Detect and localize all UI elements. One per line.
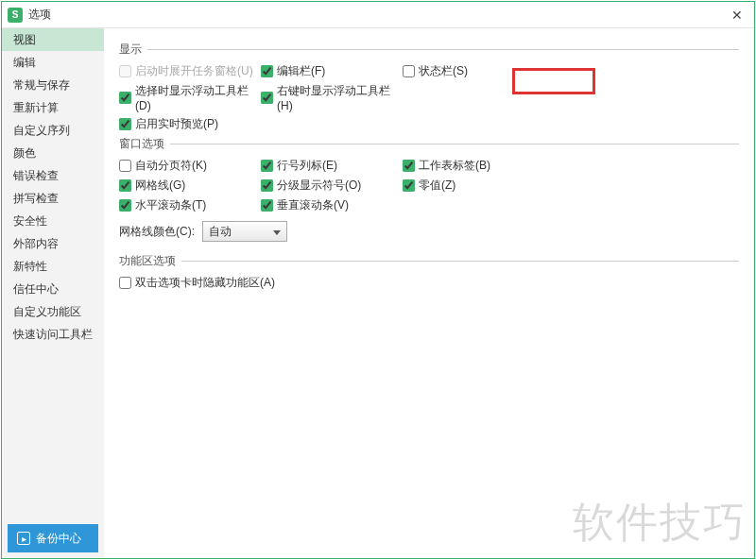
- titlebar: S 选项 ✕: [2, 2, 754, 28]
- checkbox-sheet-tabs[interactable]: 工作表标签(B): [403, 158, 544, 174]
- backup-center-button[interactable]: ▸ 备份中心: [8, 524, 98, 552]
- section-display-title: 显示: [119, 42, 739, 58]
- sidebar-item-8[interactable]: 安全性: [2, 210, 104, 232]
- checkbox-realtime-preview[interactable]: 启用实时预览(P): [119, 116, 261, 132]
- window-title: 选项: [28, 7, 726, 23]
- checkbox-startup-task-pane: 启动时展开任务窗格(U): [119, 63, 261, 79]
- checkbox-rclick-float-toolbar[interactable]: 右键时显示浮动工具栏(H): [261, 83, 403, 112]
- sidebar-item-0[interactable]: 视图: [2, 28, 104, 51]
- backup-label: 备份中心: [36, 531, 81, 547]
- sidebar: 视图编辑常规与保存重新计算自定义序列颜色错误检查拼写检查安全性外部内容新特性信任…: [2, 28, 104, 558]
- app-icon: S: [8, 8, 23, 23]
- section-ribbon-title: 功能区选项: [119, 253, 739, 269]
- sidebar-item-3[interactable]: 重新计算: [2, 96, 104, 119]
- sidebar-item-1[interactable]: 编辑: [2, 51, 104, 74]
- checkbox-outline-symbols[interactable]: 分级显示符号(O): [261, 178, 403, 194]
- checkbox-gridlines[interactable]: 网格线(G): [119, 178, 261, 194]
- backup-icon: ▸: [17, 532, 30, 545]
- checkbox-edit-bar[interactable]: 编辑栏(F): [261, 63, 403, 79]
- checkbox-vscroll[interactable]: 垂直滚动条(V): [261, 197, 403, 213]
- checkbox-dblclick-hide-ribbon[interactable]: 双击选项卡时隐藏功能区(A): [119, 275, 275, 291]
- checkbox-zero-values[interactable]: 零值(Z): [403, 178, 544, 194]
- sidebar-item-9[interactable]: 外部内容: [2, 232, 104, 255]
- sidebar-item-5[interactable]: 颜色: [2, 142, 104, 164]
- content-panel: 显示 启动时展开任务窗格(U) 编辑栏(F) 状态栏(S): [104, 28, 754, 558]
- grid-color-select[interactable]: 自动: [202, 221, 287, 242]
- sidebar-item-7[interactable]: 拼写检查: [2, 187, 104, 210]
- sidebar-item-13[interactable]: 快速访问工具栏: [2, 323, 104, 346]
- sidebar-item-6[interactable]: 错误检查: [2, 164, 104, 187]
- sidebar-item-2[interactable]: 常规与保存: [2, 74, 104, 96]
- window-body: 视图编辑常规与保存重新计算自定义序列颜色错误检查拼写检查安全性外部内容新特性信任…: [2, 28, 754, 558]
- sidebar-item-12[interactable]: 自定义功能区: [2, 300, 104, 323]
- options-window: S 选项 ✕ 视图编辑常规与保存重新计算自定义序列颜色错误检查拼写检查安全性外部…: [1, 1, 755, 559]
- section-window-title: 窗口选项: [119, 136, 739, 152]
- checkbox-status-bar[interactable]: 状态栏(S): [403, 63, 544, 79]
- sidebar-item-11[interactable]: 信任中心: [2, 278, 104, 300]
- checkbox-row-col-header[interactable]: 行号列标(E): [261, 158, 403, 174]
- close-button[interactable]: ✕: [726, 8, 748, 23]
- sidebar-item-10[interactable]: 新特性: [2, 255, 104, 278]
- checkbox-show-float-toolbar[interactable]: 选择时显示浮动工具栏(D): [119, 83, 261, 112]
- grid-color-label: 网格线颜色(C):: [119, 224, 195, 240]
- sidebar-item-4[interactable]: 自定义序列: [2, 119, 104, 142]
- checkbox-page-break[interactable]: 自动分页符(K): [119, 158, 261, 174]
- checkbox-hscroll[interactable]: 水平滚动条(T): [119, 197, 261, 213]
